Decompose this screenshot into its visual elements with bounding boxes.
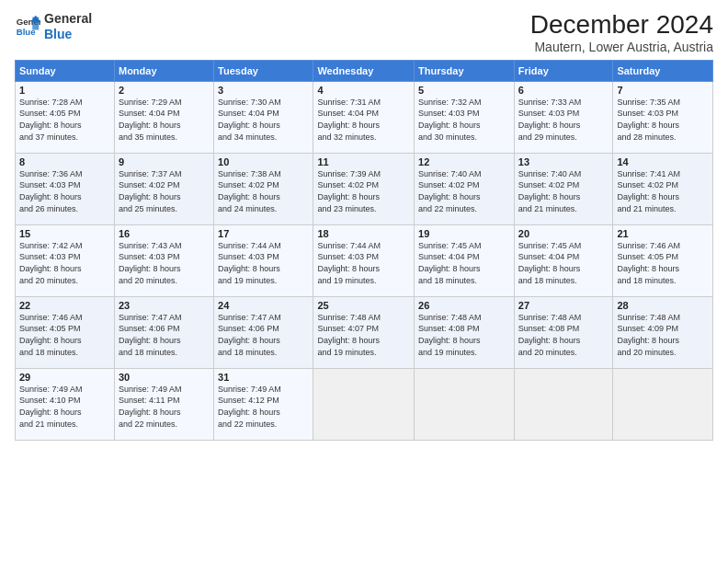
col-tuesday: Tuesday (214, 60, 313, 81)
day-number: 13 (518, 156, 609, 167)
logo-text-general: General (44, 11, 92, 27)
table-row: 26Sunrise: 7:48 AM Sunset: 4:08 PM Dayli… (415, 296, 515, 368)
day-number: 8 (19, 156, 110, 167)
table-row: 1Sunrise: 7:28 AM Sunset: 4:05 PM Daylig… (16, 81, 115, 153)
table-row: 29Sunrise: 7:49 AM Sunset: 4:10 PM Dayli… (16, 368, 115, 440)
calendar-table: Sunday Monday Tuesday Wednesday Thursday… (15, 60, 713, 441)
day-number: 12 (418, 156, 510, 167)
day-number: 22 (19, 300, 110, 311)
day-info: Sunrise: 7:49 AM Sunset: 4:11 PM Dayligh… (119, 384, 210, 430)
day-info: Sunrise: 7:39 AM Sunset: 4:02 PM Dayligh… (317, 168, 410, 214)
logo: General Blue General Blue (15, 11, 92, 42)
table-row: 30Sunrise: 7:49 AM Sunset: 4:11 PM Dayli… (114, 368, 213, 440)
day-number: 18 (317, 228, 410, 239)
day-number: 9 (119, 156, 210, 167)
table-row (415, 368, 515, 440)
day-number: 23 (119, 300, 210, 311)
logo-icon: General Blue (15, 14, 40, 40)
day-info: Sunrise: 7:32 AM Sunset: 4:03 PM Dayligh… (418, 97, 510, 143)
day-info: Sunrise: 7:45 AM Sunset: 4:04 PM Dayligh… (518, 240, 609, 286)
table-row: 14Sunrise: 7:41 AM Sunset: 4:02 PM Dayli… (613, 153, 713, 224)
week-row-4: 22Sunrise: 7:46 AM Sunset: 4:05 PM Dayli… (16, 296, 713, 368)
table-row: 13Sunrise: 7:40 AM Sunset: 4:02 PM Dayli… (514, 153, 613, 224)
day-info: Sunrise: 7:28 AM Sunset: 4:05 PM Dayligh… (19, 97, 110, 143)
day-info: Sunrise: 7:37 AM Sunset: 4:02 PM Dayligh… (119, 168, 210, 214)
col-wednesday: Wednesday (313, 60, 415, 81)
col-saturday: Saturday (613, 60, 713, 81)
day-info: Sunrise: 7:46 AM Sunset: 4:05 PM Dayligh… (617, 240, 709, 286)
day-number: 5 (418, 85, 510, 96)
page-title: December 2024 (530, 11, 713, 40)
day-number: 11 (317, 156, 410, 167)
table-row: 23Sunrise: 7:47 AM Sunset: 4:06 PM Dayli… (114, 296, 213, 368)
day-number: 10 (218, 156, 309, 167)
table-row: 19Sunrise: 7:45 AM Sunset: 4:04 PM Dayli… (415, 224, 515, 296)
page: General Blue General Blue December 2024 … (0, 0, 728, 563)
day-info: Sunrise: 7:40 AM Sunset: 4:02 PM Dayligh… (418, 168, 510, 214)
day-number: 20 (518, 228, 609, 239)
header: General Blue General Blue December 2024 … (15, 11, 713, 54)
day-number: 24 (218, 300, 309, 311)
day-info: Sunrise: 7:38 AM Sunset: 4:02 PM Dayligh… (218, 168, 309, 214)
day-info: Sunrise: 7:36 AM Sunset: 4:03 PM Dayligh… (19, 168, 110, 214)
table-row (313, 368, 415, 440)
table-row: 27Sunrise: 7:48 AM Sunset: 4:08 PM Dayli… (514, 296, 613, 368)
table-row: 11Sunrise: 7:39 AM Sunset: 4:02 PM Dayli… (313, 153, 415, 224)
header-row: Sunday Monday Tuesday Wednesday Thursday… (16, 60, 713, 81)
table-row: 5Sunrise: 7:32 AM Sunset: 4:03 PM Daylig… (415, 81, 515, 153)
table-row: 8Sunrise: 7:36 AM Sunset: 4:03 PM Daylig… (16, 153, 115, 224)
day-info: Sunrise: 7:40 AM Sunset: 4:02 PM Dayligh… (518, 168, 609, 214)
day-info: Sunrise: 7:33 AM Sunset: 4:03 PM Dayligh… (518, 97, 609, 143)
table-row: 16Sunrise: 7:43 AM Sunset: 4:03 PM Dayli… (114, 224, 213, 296)
day-number: 14 (617, 156, 709, 167)
day-number: 27 (518, 300, 609, 311)
day-number: 28 (617, 300, 709, 311)
logo-text-blue: Blue (44, 27, 92, 42)
day-number: 26 (418, 300, 510, 311)
day-info: Sunrise: 7:43 AM Sunset: 4:03 PM Dayligh… (119, 240, 210, 286)
calendar-header: Sunday Monday Tuesday Wednesday Thursday… (16, 60, 713, 81)
table-row: 18Sunrise: 7:44 AM Sunset: 4:03 PM Dayli… (313, 224, 415, 296)
day-info: Sunrise: 7:49 AM Sunset: 4:12 PM Dayligh… (218, 384, 309, 430)
table-row: 20Sunrise: 7:45 AM Sunset: 4:04 PM Dayli… (514, 224, 613, 296)
day-info: Sunrise: 7:47 AM Sunset: 4:06 PM Dayligh… (218, 312, 309, 358)
day-number: 2 (119, 85, 210, 96)
day-info: Sunrise: 7:42 AM Sunset: 4:03 PM Dayligh… (19, 240, 110, 286)
day-info: Sunrise: 7:46 AM Sunset: 4:05 PM Dayligh… (19, 312, 110, 358)
day-number: 4 (317, 85, 410, 96)
page-subtitle: Mautern, Lower Austria, Austria (530, 40, 713, 54)
day-info: Sunrise: 7:44 AM Sunset: 4:03 PM Dayligh… (218, 240, 309, 286)
table-row: 25Sunrise: 7:48 AM Sunset: 4:07 PM Dayli… (313, 296, 415, 368)
day-info: Sunrise: 7:29 AM Sunset: 4:04 PM Dayligh… (119, 97, 210, 143)
table-row: 2Sunrise: 7:29 AM Sunset: 4:04 PM Daylig… (114, 81, 213, 153)
day-info: Sunrise: 7:45 AM Sunset: 4:04 PM Dayligh… (418, 240, 510, 286)
table-row: 10Sunrise: 7:38 AM Sunset: 4:02 PM Dayli… (214, 153, 313, 224)
title-block: December 2024 Mautern, Lower Austria, Au… (530, 11, 713, 54)
day-number: 31 (218, 372, 309, 383)
table-row: 3Sunrise: 7:30 AM Sunset: 4:04 PM Daylig… (214, 81, 313, 153)
col-sunday: Sunday (16, 60, 115, 81)
table-row: 24Sunrise: 7:47 AM Sunset: 4:06 PM Dayli… (214, 296, 313, 368)
day-info: Sunrise: 7:48 AM Sunset: 4:09 PM Dayligh… (617, 312, 709, 358)
table-row: 4Sunrise: 7:31 AM Sunset: 4:04 PM Daylig… (313, 81, 415, 153)
day-info: Sunrise: 7:41 AM Sunset: 4:02 PM Dayligh… (617, 168, 709, 214)
day-number: 19 (418, 228, 510, 239)
day-number: 17 (218, 228, 309, 239)
day-info: Sunrise: 7:48 AM Sunset: 4:08 PM Dayligh… (418, 312, 510, 358)
table-row: 31Sunrise: 7:49 AM Sunset: 4:12 PM Dayli… (214, 368, 313, 440)
table-row: 22Sunrise: 7:46 AM Sunset: 4:05 PM Dayli… (16, 296, 115, 368)
day-number: 15 (19, 228, 110, 239)
day-number: 16 (119, 228, 210, 239)
day-info: Sunrise: 7:44 AM Sunset: 4:03 PM Dayligh… (317, 240, 410, 286)
day-number: 7 (617, 85, 709, 96)
table-row: 15Sunrise: 7:42 AM Sunset: 4:03 PM Dayli… (16, 224, 115, 296)
table-row: 7Sunrise: 7:35 AM Sunset: 4:03 PM Daylig… (613, 81, 713, 153)
week-row-5: 29Sunrise: 7:49 AM Sunset: 4:10 PM Dayli… (16, 368, 713, 440)
table-row: 12Sunrise: 7:40 AM Sunset: 4:02 PM Dayli… (415, 153, 515, 224)
calendar-body: 1Sunrise: 7:28 AM Sunset: 4:05 PM Daylig… (16, 81, 713, 440)
day-number: 3 (218, 85, 309, 96)
week-row-3: 15Sunrise: 7:42 AM Sunset: 4:03 PM Dayli… (16, 224, 713, 296)
day-info: Sunrise: 7:49 AM Sunset: 4:10 PM Dayligh… (19, 384, 110, 430)
day-number: 30 (119, 372, 210, 383)
day-info: Sunrise: 7:35 AM Sunset: 4:03 PM Dayligh… (617, 97, 709, 143)
